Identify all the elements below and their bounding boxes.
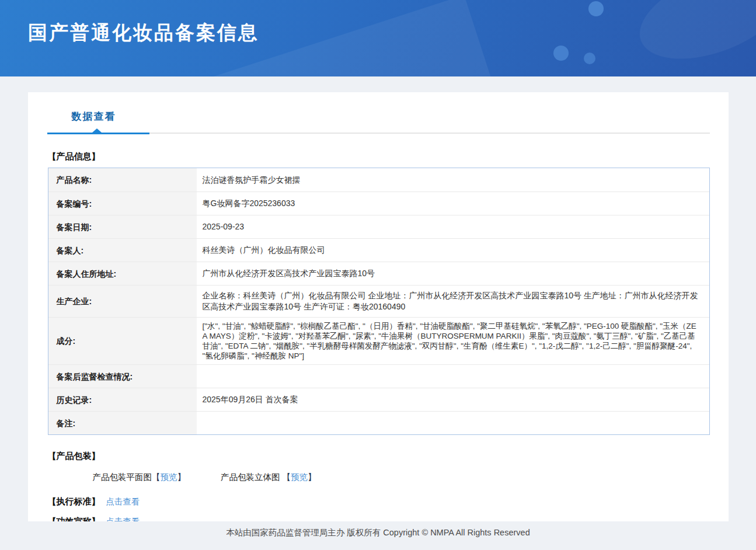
row-label: 备案编号: xyxy=(48,192,197,215)
page-title: 国产普通化妆品备案信息 xyxy=(28,21,259,44)
row-value: 科丝美诗（广州）化妆品有限公司 xyxy=(197,239,709,262)
row-label: 备案人住所地址: xyxy=(48,262,197,285)
tab-underline xyxy=(48,133,710,134)
row-label: 历史记录: xyxy=(48,388,197,411)
tab-underline-active xyxy=(47,133,149,134)
row-value: 2025-09-23 xyxy=(197,215,709,238)
row-value xyxy=(197,365,709,388)
row-value xyxy=(197,412,709,434)
row-label: 生产企业: xyxy=(48,286,197,317)
bracket-close: 】 xyxy=(308,472,316,482)
banner-decoration-circle xyxy=(553,46,569,61)
packaging-stereo-preview-link[interactable]: 预览 xyxy=(291,472,308,482)
packaging-flat-label: 产品包装平面图 xyxy=(93,472,152,482)
table-row-filing-date: 备案日期: 2025-09-23 xyxy=(48,215,709,238)
product-info-table: 产品名称: 法泊谜香氛护手霜少女裙摆 备案编号: 粤G妆网备字202523603… xyxy=(48,168,710,435)
row-value: 广州市从化经济开发区高技术产业园宝泰路10号 xyxy=(197,262,709,285)
row-label: 备案日期: xyxy=(48,215,197,238)
standard-row: 【执行标准】 点击查看 xyxy=(48,496,710,507)
row-label: 产品名称: xyxy=(48,168,197,192)
row-label: 成分: xyxy=(48,318,197,364)
packaging-section-title: 【产品包装】 xyxy=(48,450,710,462)
row-value: 法泊谜香氛护手霜少女裙摆 xyxy=(197,168,709,192)
row-value: ["水", "甘油", "鲸蜡硬脂醇", "棕榈酸乙基己酯", "（日用）香精"… xyxy=(197,318,709,364)
row-label: 备注: xyxy=(48,412,197,434)
packaging-flat-item: 产品包装平面图【预览】 xyxy=(93,472,186,482)
product-info-section-title: 【产品信息】 xyxy=(48,151,710,162)
banner-decoration-ellipse xyxy=(628,0,756,76)
table-row-remarks: 备注: xyxy=(48,411,709,434)
tab-data-view[interactable]: 数据查看 xyxy=(72,110,116,123)
table-row-history: 历史记录: 2025年09月26日 首次备案 xyxy=(48,388,709,411)
copyright-text: 本站由国家药品监督管理局主办 版权所有 Copyright © NMPA All… xyxy=(226,527,529,538)
row-label: 备案人: xyxy=(48,239,197,262)
row-value: 粤G妆网备字2025236033 xyxy=(197,192,709,215)
packaging-row: 产品包装平面图【预览】 产品包装立体图 【预览】 xyxy=(93,472,710,483)
banner-decoration-circle xyxy=(584,53,595,64)
banner-decoration-circle xyxy=(588,1,604,16)
packaging-stereo-label: 产品包装立体图 xyxy=(221,472,283,482)
standard-section-title: 【执行标准】 xyxy=(48,496,100,507)
tab-pointer-triangle xyxy=(92,128,102,133)
page-footer: 本站由国家药品监督管理局主办 版权所有 Copyright © NMPA All… xyxy=(0,521,756,550)
bracket-open: 【 xyxy=(283,472,291,482)
packaging-stereo-item: 产品包装立体图 【预览】 xyxy=(221,472,316,482)
table-row-filing-number: 备案编号: 粤G妆网备字2025236033 xyxy=(48,192,709,215)
table-row-filer: 备案人: 科丝美诗（广州）化妆品有限公司 xyxy=(48,238,709,262)
table-row-ingredients: 成分: ["水", "甘油", "鲸蜡硬脂醇", "棕榈酸乙基己酯", "（日用… xyxy=(48,317,709,364)
bracket-close: 】 xyxy=(177,472,186,482)
table-row-product-name: 产品名称: 法泊谜香氛护手霜少女裙摆 xyxy=(48,168,709,192)
table-row-manufacturer: 生产企业: 企业名称：科丝美诗（广州）化妆品有限公司 企业地址：广州市从化经济开… xyxy=(48,285,709,317)
row-value: 企业名称：科丝美诗（广州）化妆品有限公司 企业地址：广州市从化经济开发区高技术产… xyxy=(197,286,709,317)
table-row-filer-address: 备案人住所地址: 广州市从化经济开发区高技术产业园宝泰路10号 xyxy=(48,262,709,285)
row-value: 2025年09月26日 首次备案 xyxy=(197,388,709,411)
bracket-open: 【 xyxy=(152,472,161,482)
row-label: 备案后监督检查情况: xyxy=(48,365,197,388)
content-card: 数据查看 【产品信息】 产品名称: 法泊谜香氛护手霜少女裙摆 备案编号: 粤G妆… xyxy=(28,92,729,549)
packaging-flat-preview-link[interactable]: 预览 xyxy=(161,472,177,482)
page-header: 国产普通化妆品备案信息 xyxy=(0,0,756,76)
table-row-supervision: 备案后监督检查情况: xyxy=(48,364,709,388)
standard-view-link[interactable]: 点击查看 xyxy=(106,496,140,507)
